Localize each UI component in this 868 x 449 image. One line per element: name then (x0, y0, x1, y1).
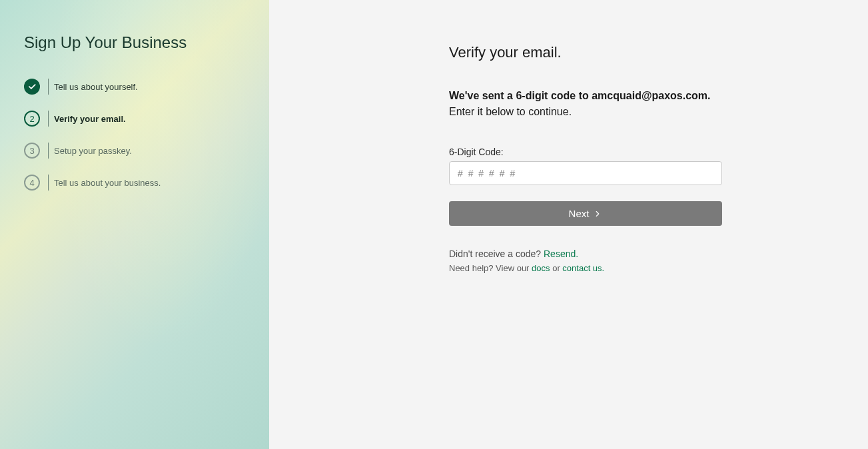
step-4: 4 Tell us about your business. (24, 175, 245, 191)
step-separator (48, 143, 49, 159)
sent-code-message: We've sent a 6-digit code to amcquaid@pa… (449, 88, 722, 104)
steps-list: Tell us about yourself. 2 Verify your em… (24, 79, 245, 191)
resend-row: Didn't receive a code? Resend. (449, 248, 722, 259)
contact-link[interactable]: contact us. (562, 263, 604, 273)
step-circle-pending: 3 (24, 143, 40, 159)
step-separator (48, 79, 49, 95)
step-1: Tell us about yourself. (24, 79, 245, 95)
step-label: Verify your email. (54, 114, 126, 124)
main-content: Verify your email. We've sent a 6-digit … (269, 0, 868, 449)
help-prefix: Need help? View our (449, 263, 532, 273)
chevron-right-icon (593, 209, 602, 219)
resend-link[interactable]: Resend. (544, 248, 578, 259)
step-label: Tell us about yourself. (54, 82, 138, 92)
step-separator (48, 175, 49, 191)
step-circle-active: 2 (24, 111, 40, 127)
check-icon (27, 82, 37, 91)
step-3: 3 Setup your passkey. (24, 143, 245, 159)
step-label: Setup your passkey. (54, 146, 132, 156)
step-2: 2 Verify your email. (24, 111, 245, 127)
help-mid: or (550, 263, 563, 273)
docs-link[interactable]: docs (532, 263, 550, 273)
enter-instruction: Enter it below to continue. (449, 104, 722, 120)
step-separator (48, 111, 49, 127)
no-code-text: Didn't receive a code? (449, 248, 544, 259)
step-circle-completed (24, 79, 40, 95)
next-button[interactable]: Next (449, 201, 722, 226)
code-input[interactable] (449, 161, 722, 185)
sent-email: amcquaid@paxos.com. (592, 90, 710, 101)
code-field-label: 6-Digit Code: (449, 147, 722, 157)
step-label: Tell us about your business. (54, 178, 161, 188)
sidebar-title: Sign Up Your Business (24, 33, 245, 52)
step-circle-pending: 4 (24, 175, 40, 191)
page-title: Verify your email. (449, 44, 722, 61)
next-button-label: Next (569, 208, 590, 219)
sent-prefix: We've sent a 6-digit code to (449, 90, 592, 101)
verify-email-form: Verify your email. We've sent a 6-digit … (449, 44, 722, 273)
signup-sidebar: Sign Up Your Business Tell us about your… (0, 0, 269, 449)
help-row: Need help? View our docs or contact us. (449, 263, 722, 273)
